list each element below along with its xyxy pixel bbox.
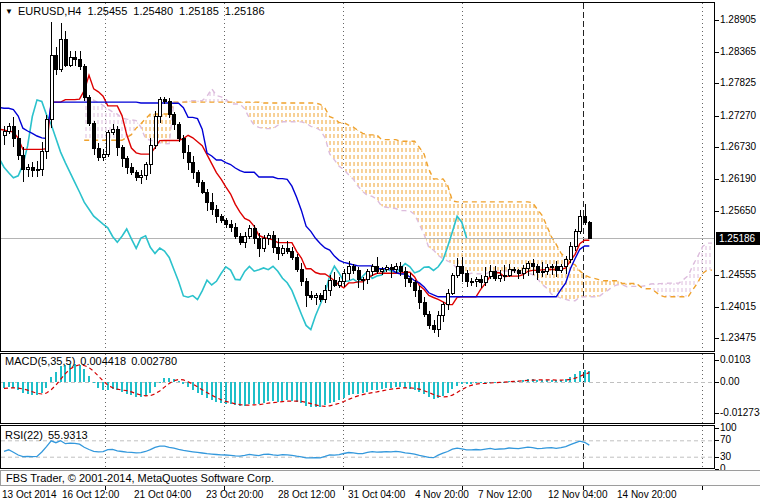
candle — [579, 216, 582, 232]
macd-histogram-bar — [494, 382, 496, 383]
candle — [475, 279, 478, 281]
candle — [546, 267, 549, 271]
kumo-cloud-segment — [514, 202, 519, 273]
candle — [31, 168, 34, 170]
candle — [517, 271, 520, 273]
macd-histogram-bar — [187, 382, 189, 387]
candle — [79, 60, 82, 67]
macd-histogram-bar — [551, 380, 553, 382]
kumo-cloud-segment — [594, 278, 599, 296]
macd-histogram-bar — [343, 382, 345, 398]
kumo-cloud-segment — [518, 202, 523, 274]
candle — [277, 247, 280, 253]
macd-histogram-bar — [192, 382, 194, 390]
kumo-cloud-segment — [367, 135, 372, 197]
kumo-cloud-segment — [273, 103, 278, 129]
macd-histogram-bar — [272, 382, 274, 401]
kumo-cloud-segment — [382, 140, 387, 208]
macd-histogram-bar — [206, 382, 208, 398]
candle — [414, 283, 417, 291]
candle — [456, 266, 459, 276]
candle — [555, 267, 558, 271]
macd-histogram-bar — [291, 382, 293, 401]
macd-histogram-bar — [466, 382, 468, 384]
macd-histogram-bar — [93, 382, 95, 383]
macd-histogram-bar — [126, 382, 128, 394]
macd-histogram-bar — [230, 382, 232, 404]
candle — [263, 238, 266, 248]
candle — [584, 216, 587, 222]
kumo-cloud-segment — [476, 202, 481, 274]
candle — [83, 67, 86, 98]
kumo-cloud-segment — [325, 108, 330, 154]
kumo-cloud-segment — [386, 140, 391, 208]
kumo-cloud-segment — [292, 103, 297, 122]
candle — [64, 40, 67, 65]
candle — [338, 281, 341, 285]
macd-histogram-bar — [381, 382, 383, 389]
macd-histogram-bar — [281, 382, 283, 401]
panel-frames — [1, 3, 720, 470]
macd-histogram-bar — [362, 382, 364, 393]
macd-histogram-bar — [50, 377, 52, 382]
candle — [230, 224, 233, 228]
kumo-cloud-segment — [490, 202, 495, 272]
kumo-cloud-segment — [344, 123, 349, 175]
candle — [69, 58, 72, 65]
macd-histogram-bar — [3, 382, 5, 388]
candle — [168, 101, 171, 114]
candle — [390, 268, 393, 270]
candle — [433, 325, 436, 329]
candle — [272, 236, 275, 247]
kumo-cloud-segment — [301, 103, 306, 123]
macd-histogram-bar — [267, 382, 269, 401]
candle — [565, 260, 568, 267]
kumo-cloud-segment — [415, 141, 420, 224]
candle — [376, 266, 379, 271]
candle — [536, 267, 539, 273]
candle — [187, 152, 190, 163]
macd-histogram-bar — [8, 382, 10, 387]
kumo-cloud-segment — [674, 283, 679, 297]
macd-histogram-bar — [305, 382, 307, 406]
candle — [248, 229, 251, 236]
candle — [291, 251, 294, 257]
price-chart[interactable] — [0, 0, 760, 504]
candle — [225, 220, 228, 224]
kumo-cloud-segment — [500, 202, 505, 271]
candle — [211, 202, 214, 209]
macd-histogram-bar — [244, 382, 246, 406]
macd-histogram-bar — [319, 382, 321, 407]
candle — [253, 229, 256, 239]
candle — [163, 100, 166, 102]
macd-histogram-bar — [107, 382, 109, 390]
macd-histogram-bar — [348, 382, 350, 395]
macd-histogram-bar — [149, 382, 151, 393]
kumo-cloud-segment — [264, 103, 269, 129]
candle — [428, 314, 431, 325]
kumo-cloud-segment — [330, 117, 335, 160]
macd-histogram-bar — [475, 382, 477, 383]
candle — [220, 216, 223, 220]
candle — [447, 293, 450, 304]
kumo-cloud-segment — [429, 169, 434, 250]
kumo-cloud-segment — [372, 135, 377, 200]
candle — [409, 278, 412, 283]
candle — [484, 276, 487, 282]
kumo-cloud-segment — [400, 141, 405, 210]
kumo-cloud-segment — [660, 283, 665, 296]
candle — [489, 272, 492, 277]
macd-histogram-bar — [456, 382, 458, 386]
candle — [418, 290, 421, 302]
macd-histogram-bar — [451, 382, 453, 389]
macd-histogram-bar — [338, 382, 340, 400]
kumo-cloud-segment — [377, 135, 382, 206]
macd-histogram-bar — [315, 382, 317, 407]
candle — [27, 168, 30, 170]
candle — [300, 270, 303, 282]
candle — [154, 117, 157, 146]
kumo-cloud-segment — [438, 179, 443, 259]
candle — [324, 291, 327, 300]
macd-histogram-bar — [333, 382, 335, 402]
candle — [451, 276, 454, 293]
